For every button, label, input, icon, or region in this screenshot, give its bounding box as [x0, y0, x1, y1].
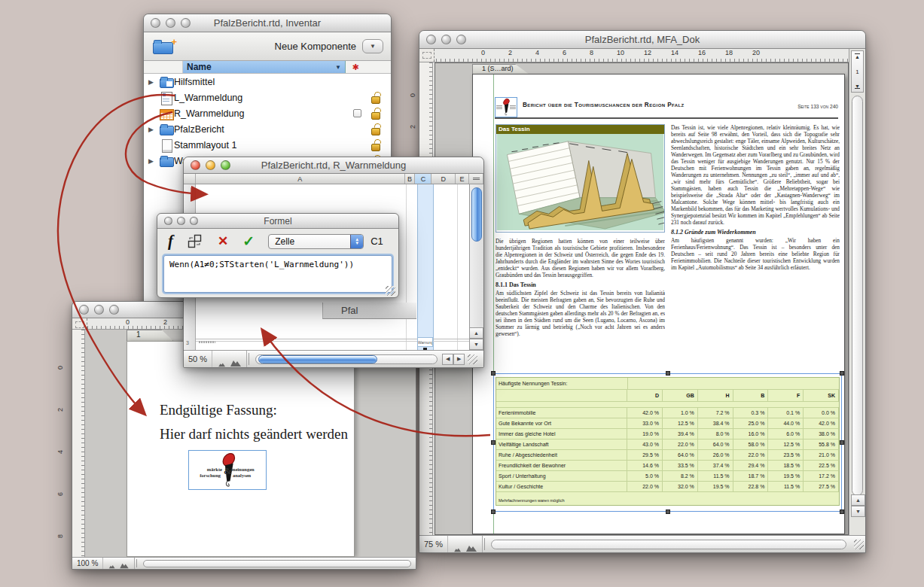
close-button-icon[interactable] [164, 217, 172, 225]
table-row[interactable]: Sport / Unterhaltung 5.0 % 8.2 % 11.5 % … [496, 471, 839, 482]
minimize-button-icon[interactable] [441, 35, 451, 44]
table-row[interactable]: Immer das gleiche Hotel 19.0 % 39.4 % 8.… [496, 429, 839, 439]
list-item[interactable]: PfalzBericht [144, 121, 391, 137]
table-row[interactable]: Freundlichkeit der Bewohner 14.6 % 33.5 … [496, 461, 839, 471]
minimize-button-icon[interactable] [166, 18, 175, 28]
warnung-cell[interactable]: Warnung [417, 337, 433, 347]
window-resize-grip[interactable] [386, 286, 395, 296]
formula-input[interactable]: Wenn(A1≠0;STStarten('L_Warnmeldung')) [163, 255, 392, 293]
resize-handle[interactable] [491, 371, 496, 376]
chart-frame[interactable]: Das Tessin [496, 124, 665, 233]
function-icon[interactable]: f [168, 232, 173, 251]
expander-triangle-icon[interactable] [148, 78, 159, 86]
unlocked-padlock-icon[interactable] [371, 92, 381, 103]
column-header-a[interactable]: A [196, 174, 405, 184]
unlocked-padlock-icon[interactable] [371, 108, 381, 119]
zoom-level[interactable]: 75 % [419, 536, 448, 552]
new-folder-icon[interactable]: + [153, 38, 175, 55]
zoom-button-icon[interactable] [109, 305, 119, 315]
zoom-button-icon[interactable] [456, 35, 466, 44]
checkbox[interactable] [353, 109, 361, 117]
unlocked-padlock-icon[interactable] [371, 123, 381, 135]
scroll-buttons[interactable]: ▲ ▼ [851, 494, 865, 517]
flag-column-header[interactable] [346, 61, 365, 73]
scroll-left-icon[interactable]: ◀ [442, 354, 453, 365]
table-row[interactable]: Gute Bekannte vor Ort 33.0 % 12.5 % 38.4… [496, 418, 839, 429]
page-navigator[interactable]: ▲ 1 ▼ [851, 50, 864, 93]
zoom-button-icon[interactable] [190, 217, 198, 225]
zoom-button-icon[interactable] [181, 18, 191, 28]
scroll-down-icon[interactable]: ▼ [469, 339, 483, 350]
selected-table-frame[interactable]: Häufigste Nennungen Tessin: DGBHBFSK [493, 373, 842, 512]
minimize-button-icon[interactable] [206, 160, 215, 170]
title-bar[interactable]: PfalzBericht.rtd, R_Warnmeldung [184, 157, 483, 174]
window-resize-grip[interactable] [854, 540, 864, 549]
scrollbar-splitter-icon[interactable] [469, 174, 483, 184]
scope-select[interactable]: Zelle ▲▼ [268, 234, 364, 249]
first-page-icon[interactable]: ▲ [855, 53, 860, 59]
horizontal-scrollbar[interactable] [143, 560, 411, 567]
column-header-e[interactable]: E [456, 174, 469, 184]
scroll-right-icon[interactable]: ▶ [453, 354, 465, 365]
table-row[interactable]: Ferienimmobilie 42.0 % 1.0 % 7.2 % 0.3 %… [496, 408, 839, 418]
scroll-down-icon[interactable]: ▼ [851, 506, 865, 517]
expander-triangle-icon[interactable] [148, 157, 159, 165]
resize-handle[interactable] [666, 371, 670, 376]
confirm-checkmark-icon[interactable]: ✓ [242, 233, 255, 250]
expander-triangle-icon[interactable] [148, 126, 159, 133]
resize-handle[interactable] [666, 509, 670, 514]
close-button-icon[interactable] [79, 305, 89, 315]
scrollbar-thumb[interactable] [258, 355, 377, 363]
zoom-out-icon[interactable] [212, 351, 247, 367]
list-item[interactable]: L_Warnmeldung [144, 90, 391, 105]
scroll-up-icon[interactable]: ▲ [851, 494, 865, 506]
column-header-b[interactable]: B [405, 174, 416, 184]
zoom-button-icon[interactable] [221, 160, 230, 170]
window-resize-grip[interactable] [468, 354, 477, 364]
title-bar[interactable]: PfalzBericht.rtd, MFA_Dok [419, 31, 865, 49]
list-item[interactable]: R_Warnmeldung [144, 105, 391, 121]
table-row[interactable]: Kultur / Geschichte 22.0 % 32.0 % 19.5 %… [496, 482, 839, 492]
title-bar[interactable]: PfalzBericht.rtd, Inventar [144, 14, 391, 32]
horizontal-scrollbar[interactable] [491, 540, 846, 549]
list-item[interactable]: Hilfsmittel [144, 74, 391, 90]
cancel-icon[interactable]: ✕ [218, 233, 228, 249]
scrollbar-thumb[interactable] [471, 187, 482, 242]
vertical-scrollbar[interactable] [469, 184, 483, 350]
close-button-icon[interactable] [191, 160, 200, 170]
resize-handle[interactable] [491, 509, 496, 514]
resize-handle[interactable] [840, 440, 844, 445]
page-tab[interactable]: 1 [127, 330, 173, 341]
horizontal-scrollbar[interactable] [255, 354, 438, 364]
last-page-icon[interactable]: ▼ [855, 84, 860, 90]
minimize-button-icon[interactable] [94, 305, 104, 315]
list-item[interactable]: Stammlayout 1 [144, 137, 391, 153]
table-row[interactable]: Vielfältige Landschaft 43.0 % 22.0 % 64.… [496, 439, 839, 450]
mfa-logo-frame[interactable]: märkte meinungen forschung analysen & [188, 450, 267, 490]
minimize-button-icon[interactable] [177, 217, 185, 225]
name-column-header[interactable]: Name ▼ [183, 61, 346, 73]
scroll-up-icon[interactable]: ▲ [469, 327, 483, 339]
title-bar[interactable]: Formel [157, 214, 398, 229]
close-button-icon[interactable] [151, 18, 160, 28]
report-page[interactable]: Bericht über die Tourismuschancen der Re… [472, 74, 845, 534]
zoom-level[interactable]: 50 % [184, 351, 212, 367]
page-tab[interactable]: 1 (S…ard) [472, 64, 529, 75]
close-button-icon[interactable] [426, 35, 436, 44]
layout-page[interactable]: Endgültige Fassung: Hier darf nichts geä… [127, 341, 355, 557]
resize-handle[interactable] [840, 371, 844, 376]
column-header-c-selected[interactable]: C [415, 174, 432, 184]
zoom-level[interactable]: 100 % [72, 558, 103, 569]
nennungen-table[interactable]: Häufigste Nennungen Tessin: DGBHBFSK [496, 377, 840, 506]
vertical-scrollbar[interactable] [852, 96, 863, 496]
resize-handle[interactable] [840, 509, 844, 514]
column-header-d[interactable]: D [432, 174, 456, 184]
ruler-number: 2 [508, 49, 535, 56]
unlocked-padlock-icon[interactable] [371, 139, 381, 151]
zoom-out-icon[interactable] [103, 558, 135, 569]
new-component-dropdown-button[interactable]: ▼ [362, 39, 383, 53]
select-all-corner[interactable] [184, 174, 196, 184]
table-row[interactable]: Ruhe / Abgeschiedenheit 29.5 % 64.0 % 26… [496, 450, 839, 461]
zoom-out-icon[interactable] [448, 536, 483, 552]
cell-reference-swap-icon[interactable] [188, 234, 202, 248]
